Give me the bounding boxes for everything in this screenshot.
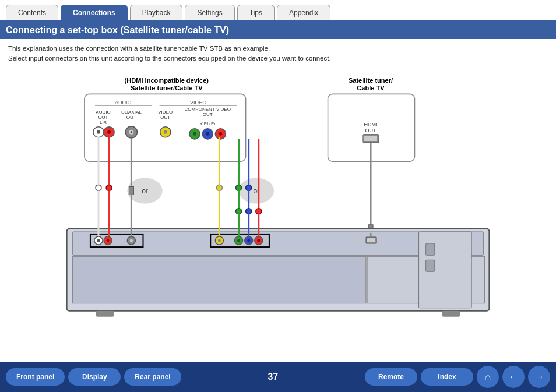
svg-text:Satellite tuner/: Satellite tuner/ [349,77,393,84]
svg-rect-93 [96,310,114,316]
main-content: This explanation uses the connection wit… [0,39,556,325]
svg-point-70 [107,239,110,242]
svg-text:COMPONENT VIDEO: COMPONENT VIDEO [184,106,230,111]
diagram-area: (HDMI incompatible device) Satellite tun… [8,70,548,320]
svg-text:AUDIO: AUDIO [115,100,132,105]
tab-connections[interactable]: Connections [61,5,128,20]
page-number: 37 [268,372,278,382]
tab-contents[interactable]: Contents [6,5,58,20]
bottom-nav-right: Remote Index ⌂ ← → [365,366,550,388]
svg-rect-38 [364,136,377,140]
svg-point-22 [164,130,167,133]
svg-text:OUT: OUT [160,114,170,119]
svg-text:L      R: L R [100,119,107,125]
svg-point-18 [131,131,132,133]
desc-line2: Select input connectors on this unit acc… [8,54,548,63]
svg-rect-96 [426,243,435,255]
svg-rect-46 [129,186,133,195]
svg-point-56 [256,208,262,214]
forward-button[interactable]: → [528,366,550,388]
svg-point-74 [218,239,221,242]
svg-rect-82 [367,238,375,242]
svg-point-29 [206,132,209,135]
svg-text:(HDMI incompatible device): (HDMI incompatible device) [125,77,209,84]
svg-point-60 [246,208,252,214]
svg-text:OUT: OUT [203,111,213,116]
svg-point-40 [96,185,101,190]
display-button[interactable]: Display [68,368,121,386]
tab-appendix[interactable]: Appendix [277,5,330,20]
rear-panel-button[interactable]: Rear panel [124,368,181,386]
bottom-nav-left: Front panel Display Rear panel [6,368,181,386]
svg-point-78 [247,239,250,242]
svg-text:VIDEO: VIDEO [190,100,206,105]
svg-point-76 [237,239,240,242]
svg-point-31 [219,132,222,135]
forward-icon: → [534,371,544,383]
svg-rect-65 [73,256,366,303]
remote-button[interactable]: Remote [365,368,417,386]
svg-text:OUT: OUT [365,127,376,133]
svg-point-27 [193,132,196,135]
svg-text:HDMI: HDMI [364,121,377,127]
svg-point-42 [106,185,112,190]
bottom-nav: Front panel Display Rear panel 37 Remote… [0,362,556,392]
svg-point-11 [97,130,100,133]
svg-text:Satellite tuner/Cable TV: Satellite tuner/Cable TV [131,84,203,91]
svg-point-48 [216,185,222,190]
svg-point-80 [257,239,260,242]
tab-tips[interactable]: Tips [237,5,275,20]
index-button[interactable]: Index [421,368,473,386]
home-icon: ⌂ [485,371,491,383]
tab-settings[interactable]: Settings [185,5,234,20]
svg-text:VIDEO: VIDEO [158,109,173,114]
nav-tabs: Contents Connections Playback Settings T… [0,0,556,22]
svg-text:AUDIO: AUDIO [96,109,111,114]
back-button[interactable]: ← [502,366,525,388]
svg-text:Cable TV: Cable TV [357,84,385,91]
svg-text:OUT: OUT [98,114,108,119]
svg-text:COAXIAL: COAXIAL [121,109,142,114]
home-button[interactable]: ⌂ [477,366,499,388]
svg-text:Y      Pb     Pr: Y Pb Pr [199,121,216,126]
svg-point-13 [107,130,111,133]
desc-line1: This explanation uses the connection wit… [8,44,548,54]
back-icon: ← [508,371,519,383]
page-title-bar: Connecting a set-top box (Satellite tune… [0,22,556,39]
svg-point-58 [236,208,242,214]
svg-rect-97 [426,260,435,271]
svg-point-72 [130,239,133,242]
tab-playback[interactable]: Playback [130,5,183,20]
connection-diagram: (HDMI incompatible device) Satellite tun… [8,70,548,320]
svg-rect-94 [442,310,460,316]
page-title: Connecting a set-top box (Satellite tune… [6,25,229,35]
svg-point-68 [97,239,100,242]
svg-text:OUT: OUT [126,114,136,119]
svg-text:or: or [142,187,148,195]
front-panel-button[interactable]: Front panel [6,368,65,386]
description: This explanation uses the connection wit… [8,44,548,64]
